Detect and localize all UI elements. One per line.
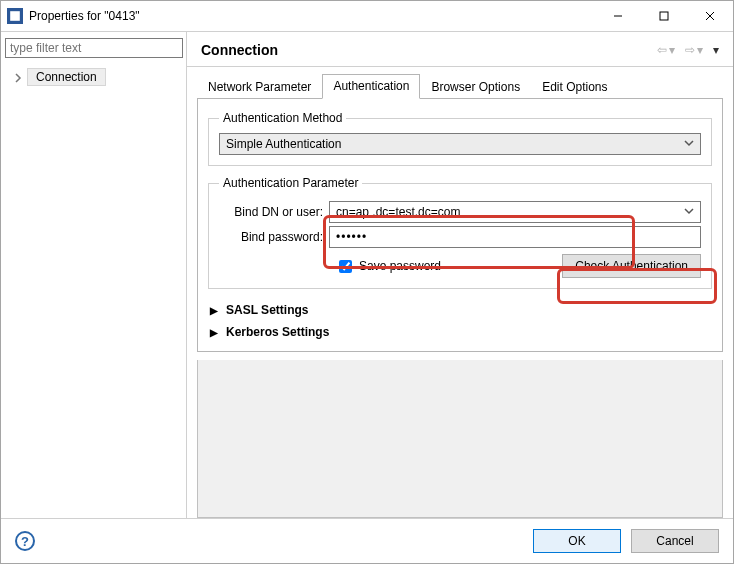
label-bind-dn: Bind DN or user: bbox=[219, 205, 329, 219]
filter-input[interactable] bbox=[5, 38, 183, 58]
tab-edit-options[interactable]: Edit Options bbox=[531, 75, 618, 99]
section-kerberos-settings[interactable]: ▶ Kerberos Settings bbox=[208, 321, 712, 343]
page-title: Connection bbox=[201, 42, 278, 58]
view-menu-icon[interactable]: ▾ bbox=[713, 43, 719, 57]
chevron-right-icon bbox=[13, 72, 23, 82]
window-title: Properties for "0413" bbox=[29, 9, 140, 23]
section-kerberos-label: Kerberos Settings bbox=[226, 325, 329, 339]
legend-auth-method: Authentication Method bbox=[219, 111, 346, 125]
help-icon[interactable]: ? bbox=[15, 531, 35, 551]
label-bind-password: Bind password: bbox=[219, 230, 329, 244]
auth-method-value: Simple Authentication bbox=[226, 137, 341, 151]
tab-network-parameter[interactable]: Network Parameter bbox=[197, 75, 322, 99]
back-icon[interactable]: ⇦ bbox=[657, 43, 667, 57]
save-password-checkbox[interactable]: Save password bbox=[335, 257, 441, 276]
window-buttons bbox=[595, 1, 733, 31]
forward-icon[interactable]: ⇨ bbox=[685, 43, 695, 57]
back-menu-icon[interactable]: ▾ bbox=[669, 43, 675, 57]
bind-dn-input[interactable]: cn=ap ,dc=test,dc=com bbox=[329, 201, 701, 223]
nav-tree: Connection bbox=[5, 66, 182, 88]
tab-browser-options[interactable]: Browser Options bbox=[420, 75, 531, 99]
empty-panel bbox=[197, 360, 723, 518]
cancel-button[interactable]: Cancel bbox=[631, 529, 719, 553]
legend-auth-parameter: Authentication Parameter bbox=[219, 176, 362, 190]
right-panel: Connection ⇦ ▾ ⇨ ▾ ▾ Network Parameter A… bbox=[187, 32, 733, 518]
section-sasl-label: SASL Settings bbox=[226, 303, 308, 317]
svg-rect-1 bbox=[10, 11, 20, 21]
check-authentication-button[interactable]: Check Authentication bbox=[562, 254, 701, 278]
tabs: Network Parameter Authentication Browser… bbox=[197, 73, 723, 99]
left-panel: Connection bbox=[1, 32, 187, 518]
bind-dn-value: cn=ap ,dc=test,dc=com bbox=[336, 205, 460, 219]
tab-authentication[interactable]: Authentication bbox=[322, 74, 420, 99]
row-bind-dn: Bind DN or user: cn=ap ,dc=test,dc=com bbox=[219, 201, 701, 223]
tree-item-connection[interactable]: Connection bbox=[5, 66, 182, 88]
page-header: Connection ⇦ ▾ ⇨ ▾ ▾ bbox=[187, 32, 733, 66]
header-nav-icons: ⇦ ▾ ⇨ ▾ ▾ bbox=[657, 43, 719, 57]
minimize-button[interactable] bbox=[595, 1, 641, 31]
forward-menu-icon[interactable]: ▾ bbox=[697, 43, 703, 57]
tab-content-authentication: Authentication Method Simple Authenticat… bbox=[197, 99, 723, 352]
ok-button[interactable]: OK bbox=[533, 529, 621, 553]
maximize-button[interactable] bbox=[641, 1, 687, 31]
bind-password-value: •••••• bbox=[336, 230, 367, 244]
tree-item-label: Connection bbox=[27, 68, 106, 86]
fieldset-auth-method: Authentication Method Simple Authenticat… bbox=[208, 111, 712, 166]
chevron-right-icon: ▶ bbox=[210, 305, 220, 316]
properties-window: Properties for "0413" Connection bbox=[0, 0, 734, 564]
row-save-check: Save password Check Authentication bbox=[219, 254, 701, 278]
svg-rect-3 bbox=[660, 12, 668, 20]
section-sasl-settings[interactable]: ▶ SASL Settings bbox=[208, 299, 712, 321]
button-bar: ? OK Cancel bbox=[1, 518, 733, 563]
save-password-label: Save password bbox=[359, 259, 441, 273]
tab-area: Network Parameter Authentication Browser… bbox=[187, 73, 733, 352]
save-password-check-input[interactable] bbox=[339, 260, 352, 273]
close-button[interactable] bbox=[687, 1, 733, 31]
row-bind-password: Bind password: •••••• bbox=[219, 226, 701, 248]
dialog-body: Connection Connection ⇦ ▾ ⇨ ▾ ▾ bbox=[1, 31, 733, 518]
chevron-right-icon: ▶ bbox=[210, 327, 220, 338]
titlebar: Properties for "0413" bbox=[1, 1, 733, 31]
auth-method-select[interactable]: Simple Authentication bbox=[219, 133, 701, 155]
chevron-down-icon bbox=[684, 137, 694, 151]
chevron-down-icon bbox=[684, 205, 694, 219]
bind-password-input[interactable]: •••••• bbox=[329, 226, 701, 248]
app-icon bbox=[7, 8, 23, 24]
fieldset-auth-parameter: Authentication Parameter Bind DN or user… bbox=[208, 176, 712, 289]
